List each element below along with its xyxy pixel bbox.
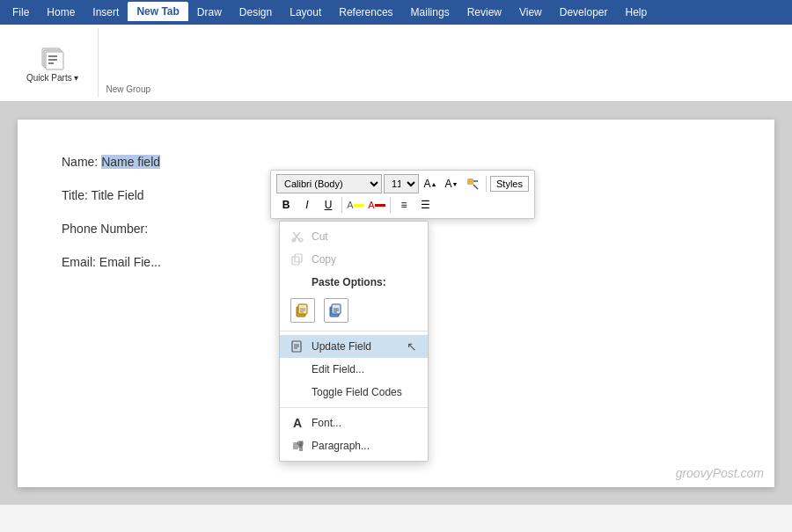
cut-icon [290, 230, 304, 244]
title-label: Title: [62, 188, 91, 202]
name-label: Name: [62, 155, 101, 169]
highlight-button[interactable]: A [346, 195, 365, 215]
svg-line-8 [473, 185, 478, 189]
ctx-edit-field[interactable]: Edit Field... [280, 358, 428, 381]
svg-rect-2 [46, 52, 63, 69]
font-color-button[interactable]: A [367, 195, 386, 215]
ctx-paste-header: Paste Options: [280, 271, 428, 294]
menu-home[interactable]: Home [38, 3, 84, 22]
ctx-paragraph[interactable]: Paragraph... [280, 434, 428, 457]
italic-button[interactable]: I [297, 195, 317, 215]
context-menu: Cut Copy Paste Options: [279, 221, 429, 462]
paste-icon-2[interactable] [324, 298, 348, 323]
svg-rect-13 [292, 257, 299, 265]
paste-icon-1[interactable] [290, 298, 315, 323]
toggle-field-codes-icon [290, 385, 304, 399]
ctx-paragraph-label: Paragraph... [312, 440, 370, 452]
email-field[interactable]: Email Fie... [99, 255, 161, 269]
paragraph-icon [290, 439, 304, 453]
mini-toolbar: Calibri (Body) 11 A▲ A▼ Styles [270, 170, 535, 219]
paste-header-icon [290, 275, 304, 289]
ctx-copy[interactable]: Copy [280, 248, 428, 271]
phone-label: Phone Number: [62, 222, 148, 236]
bold-button[interactable]: B [276, 195, 296, 215]
ctx-toggle-field-codes[interactable]: Toggle Field Codes [280, 381, 428, 404]
quick-parts-icon [39, 43, 67, 71]
cursor-icon: ↖ [407, 339, 417, 353]
font-shrink-button[interactable]: A▼ [442, 174, 461, 193]
format-painter-button[interactable] [463, 174, 482, 193]
document-area: Name: Name field Title: Title Field Phon… [0, 102, 792, 505]
ctx-cut-label: Cut [312, 230, 328, 243]
font-size-select[interactable]: 11 [384, 174, 419, 193]
menu-review[interactable]: Review [458, 3, 510, 22]
svg-rect-6 [467, 179, 473, 185]
ctx-toggle-field-codes-label: Toggle Field Codes [312, 386, 402, 398]
name-field[interactable]: Name field [101, 155, 160, 169]
menu-layout[interactable]: Layout [281, 3, 330, 22]
menu-help[interactable]: Help [616, 3, 656, 22]
quick-parts-button[interactable]: Quick Parts ▾ [21, 40, 84, 86]
copy-icon [290, 252, 304, 266]
document-page: Name: Name field Title: Title Field Phon… [18, 120, 774, 487]
ctx-cut[interactable]: Cut [280, 225, 428, 248]
menu-view[interactable]: View [510, 3, 551, 22]
ctx-font[interactable]: A Font... [280, 412, 428, 434]
doc-line-name: Name: Name field [62, 155, 730, 169]
menu-draw[interactable]: Draw [188, 3, 231, 22]
menu-developer[interactable]: Developer [551, 3, 617, 22]
ctx-copy-label: Copy [312, 253, 336, 266]
ctx-separator-2 [280, 407, 428, 408]
ribbon-group-quickparts: Quick Parts ▾ [7, 28, 99, 98]
menu-insert[interactable]: Insert [84, 3, 128, 22]
ctx-edit-field-label: Edit Field... [312, 363, 364, 375]
edit-field-icon [290, 362, 304, 376]
font-name-select[interactable]: Calibri (Body) [276, 174, 382, 193]
quick-parts-dropdown[interactable]: ▾ [74, 73, 78, 83]
ribbon: Quick Parts ▾ New Group [0, 25, 792, 102]
ctx-paste-label: Paste Options: [312, 276, 386, 288]
menu-newtab[interactable]: New Tab [128, 2, 187, 24]
menu-references[interactable]: References [330, 3, 401, 22]
ctx-paste-icons-row [280, 294, 428, 327]
title-field[interactable]: Title Field [91, 188, 143, 202]
list-button[interactable]: ☰ [415, 195, 435, 215]
menu-file[interactable]: File [4, 3, 38, 22]
ctx-update-field[interactable]: Update Field ↖ [280, 335, 428, 358]
new-group-label: New Group [99, 28, 150, 98]
font-grow-button[interactable]: A▲ [421, 174, 440, 193]
ctx-separator-1 [280, 331, 428, 332]
underline-button[interactable]: U [319, 195, 338, 215]
watermark: groovyPost.com [676, 466, 764, 480]
font-icon: A [290, 416, 304, 430]
update-field-icon [290, 339, 304, 353]
styles-button[interactable]: Styles [490, 176, 529, 192]
email-label: Email: [62, 255, 99, 269]
align-button[interactable]: ≡ [394, 195, 414, 215]
ctx-font-label: Font... [312, 417, 341, 429]
menu-mailings[interactable]: Mailings [402, 3, 458, 22]
svg-rect-14 [295, 254, 302, 262]
quick-parts-label: Quick Parts ▾ [26, 73, 78, 83]
menu-design[interactable]: Design [231, 3, 281, 22]
menu-bar: File Home Insert New Tab Draw Design Lay… [0, 0, 792, 25]
ctx-update-field-label: Update Field [312, 340, 371, 353]
